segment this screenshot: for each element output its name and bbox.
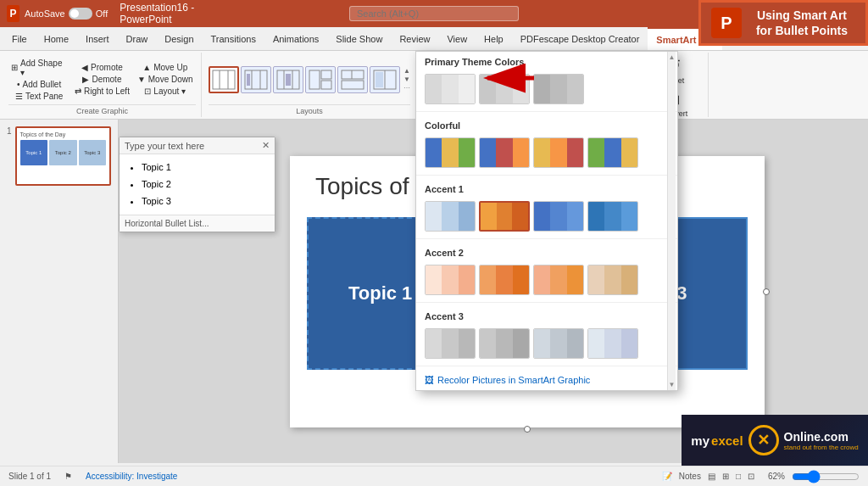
tab-help[interactable]: Help [476,27,512,50]
reading-view-icon[interactable]: □ [736,472,741,481]
layout-item-4[interactable] [305,66,336,93]
recolor-pictures-link[interactable]: 🖼 Recolor Pictures in SmartArt Graphic [416,370,677,390]
layout-icon: ⊡ [144,87,151,96]
tab-draw[interactable]: Draw [118,27,157,50]
swatch-accent2-3[interactable] [533,265,584,295]
autosave-state: Off [96,8,108,19]
swatch-primary-3[interactable] [533,74,584,104]
notes-button[interactable]: 📝 [662,472,672,481]
add-bullet-label: Add Bullet [23,80,62,89]
accessibility-text[interactable]: Accessibility: Investigate [86,472,177,481]
tab-file[interactable]: File [3,27,36,50]
status-right: 📝 Notes ▤ ⊞ □ ⊡ 62% [662,472,860,482]
swatch-accent2-2[interactable] [479,265,530,295]
primary-theme-title: Primary Theme Colors [416,52,677,70]
move-up-icon: ▲ [142,63,151,72]
tab-design[interactable]: Design [156,27,202,50]
autosave-toggle[interactable] [69,8,92,20]
tab-review[interactable]: Review [391,27,438,50]
swatch-colorful-4[interactable] [587,137,638,168]
recolor-label: Recolor Pictures in SmartArt Graphic [437,375,590,385]
add-bullet-button[interactable]: • Add Bullet [8,79,70,90]
logo-online: Online.com [784,430,859,444]
dropdown-scrollbar[interactable]: ▲ ▼ [667,52,676,390]
tab-view[interactable]: View [438,27,476,50]
svg-rect-13 [321,81,331,89]
text-pane: Type your text here ✕ Topic 1 Topic 2 To… [119,137,275,232]
tab-slideshow[interactable]: Slide Show [327,27,391,50]
move-up-button[interactable]: ▲ Move Up [135,62,196,73]
logo-circle: ✕ [748,425,779,455]
group-layouts: ▲ ▼ ⋯ Layouts [203,53,416,117]
colorful-grid [416,134,677,171]
tab-transitions[interactable]: Transitions [203,27,264,50]
layout-scroll[interactable]: ▲ ▼ ⋯ [403,67,410,92]
slide-thumbnail[interactable]: Topics of the Day Topic 1 Topic 2 Topic … [15,126,111,186]
tab-home[interactable]: Home [36,27,77,50]
tab-pdfescape[interactable]: PDFescape Desktop Creator [512,27,648,50]
accent1-grid [416,198,677,235]
move-down-button[interactable]: ▼ Move Down [135,74,196,85]
divider-4 [416,302,677,303]
normal-view-icon[interactable]: ▤ [708,472,715,481]
swatch-primary-2[interactable] [479,74,530,104]
layout-item-6[interactable] [370,66,400,93]
handle-right[interactable] [763,288,770,295]
layout-item-2[interactable] [241,66,271,93]
group-create-graphic: ⊞ Add Shape ▾ • Add Bullet ☰ Text Pane [3,53,202,117]
swatch-accent3-3[interactable] [533,328,584,359]
handle-bottom[interactable] [524,426,531,433]
right-to-left-label: Right to Left [84,87,130,96]
list-item-3: Topic 3 [142,193,266,210]
list-item-1: Topic 1 [142,159,266,176]
svg-rect-6 [247,74,250,86]
swatch-colorful-2[interactable] [479,137,530,168]
svg-rect-15 [342,81,364,89]
layout-item-5[interactable] [337,66,368,93]
swatch-primary-1[interactable] [425,74,476,104]
zoom-slider[interactable] [792,472,860,482]
swatch-accent1-1[interactable] [425,201,476,232]
layouts-buttons: ▲ ▼ ⋯ [209,54,410,104]
zoom-level: 62% [768,472,785,481]
swatch-accent3-4[interactable] [587,328,638,359]
autosave-label: AutoSave [25,8,65,19]
swatch-accent2-1[interactable] [425,265,476,295]
svg-rect-10 [286,74,291,86]
text-pane-close-button[interactable]: ✕ [262,140,270,151]
powerpoint-logo: P [7,5,19,22]
swatch-accent1-4[interactable] [587,201,638,232]
primary-theme-grid [416,70,677,108]
layout-item-3[interactable] [273,66,303,93]
divider-3 [416,238,677,239]
pp-badge-icon: P [711,8,742,38]
slide-sorter-icon[interactable]: ⊞ [722,472,729,481]
swatch-accent3-1[interactable] [425,328,476,359]
presentation-title: Presentation16 - PowerPoint [120,2,217,25]
layout-button[interactable]: ⊡ Layout ▾ [135,86,196,97]
demote-button[interactable]: ▶ Demote [71,74,132,85]
slide-number: 1 [7,126,12,136]
divider-1 [416,111,677,112]
text-pane-content: Topic 1 Topic 2 Topic 3 [120,154,275,215]
layout-item-1[interactable] [209,66,239,93]
swatch-accent1-2[interactable] [479,201,530,232]
swatch-colorful-1[interactable] [425,137,476,168]
notes-label[interactable]: Notes [679,472,701,481]
swatch-accent2-4[interactable] [587,265,638,295]
smart-art-badge-text: Using Smart Art for Bullet Points [748,8,855,38]
swatch-accent3-2[interactable] [479,328,530,359]
layouts-label: Layouts [209,104,410,115]
tab-insert[interactable]: Insert [77,27,118,50]
promote-button[interactable]: ◀ Promote [71,62,132,73]
swatch-accent1-3[interactable] [533,201,584,232]
right-to-left-button[interactable]: ⇄ Right to Left [71,86,132,97]
swatch-colorful-3[interactable] [533,137,584,168]
accessibility-icon: ⚑ [64,472,72,481]
text-pane-header: Type your text here ✕ [120,137,275,154]
tab-animations[interactable]: Animations [264,27,327,50]
text-pane-button[interactable]: ☰ Text Pane [8,91,70,102]
search-input[interactable] [349,6,519,21]
add-shape-button[interactable]: ⊞ Add Shape ▾ [8,58,70,78]
presenter-view-icon[interactable]: ⊡ [748,472,754,481]
